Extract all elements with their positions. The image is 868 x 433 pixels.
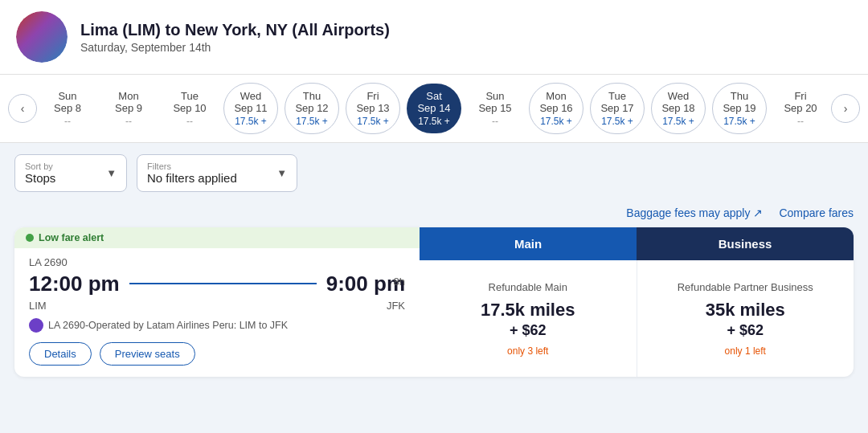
date-items: SunSep 8--MonSep 9--TueSep 10--WedSep 11…: [37, 75, 831, 142]
destination-avatar: [16, 11, 68, 63]
flight-number: LA 2690: [29, 256, 405, 268]
business-fare-type: Refundable Partner Business: [678, 281, 813, 293]
date-selector: ‹ SunSep 8--MonSep 9--TueSep 10--WedSep …: [0, 75, 868, 143]
flight-area: Low fare alert LA 2690 12:00 pm 9:00 pm …: [0, 227, 868, 391]
sort-label: Sort by: [25, 161, 55, 171]
flight-line: [129, 283, 317, 284]
main-fare-cash: + $62: [510, 322, 547, 339]
main-fare-header[interactable]: Main: [420, 227, 637, 260]
prev-date-button[interactable]: ‹: [8, 94, 37, 123]
flight-times-row: 12:00 pm 9:00 pm: [29, 272, 405, 296]
route-title: Lima (LIM) to New York, NY (All Airports…: [80, 21, 390, 39]
operated-by: LA 2690-Operated by Latam Airlines Peru:…: [29, 318, 405, 333]
sort-dropdown[interactable]: Sort by Stops ▼: [14, 154, 127, 192]
date-item[interactable]: ThuSep 1217.5k +: [285, 83, 339, 134]
arrive-airport: JFK: [387, 300, 405, 312]
page-header: Lima (LIM) to New York, NY (All Airports…: [0, 0, 868, 75]
action-buttons: Details Preview seats: [29, 342, 405, 366]
duration: 8h: [394, 276, 405, 288]
date-item[interactable]: SatSep 1417.5k +: [407, 84, 461, 133]
low-fare-dot: [26, 234, 34, 242]
filter-label: Filters: [147, 161, 237, 171]
details-button[interactable]: Details: [29, 342, 92, 366]
date-item[interactable]: ThuSep 1917.5k +: [712, 83, 767, 134]
latam-icon: [29, 318, 43, 333]
controls-row: Sort by Stops ▼ Filters No filters appli…: [0, 143, 868, 203]
date-item[interactable]: WedSep 1817.5k +: [651, 83, 706, 134]
business-fare-cash: + $62: [727, 322, 764, 339]
next-date-button[interactable]: ›: [831, 94, 860, 123]
fare-columns: Main Business Refundable Main 17.5k mile…: [420, 227, 854, 377]
low-fare-label: Low fare alert: [39, 232, 104, 243]
business-fare-col[interactable]: Refundable Partner Business 35k miles + …: [637, 260, 854, 377]
business-fare-avail: only 1 left: [725, 345, 766, 357]
compare-fares-link[interactable]: Compare fares: [779, 206, 854, 219]
header-text: Lima (LIM) to New York, NY (All Airports…: [80, 21, 390, 54]
fare-body: Refundable Main 17.5k miles + $62 only 3…: [420, 260, 854, 377]
baggage-fees-link[interactable]: Baggage fees may apply ↗: [626, 206, 763, 219]
info-row: Baggage fees may apply ↗ Compare fares: [0, 203, 868, 227]
preview-seats-button[interactable]: Preview seats: [100, 342, 195, 366]
date-item[interactable]: MonSep 9--: [101, 84, 156, 133]
date-item[interactable]: WedSep 1117.5k +: [223, 83, 278, 134]
date-item[interactable]: SunSep 8--: [40, 84, 95, 133]
filter-chevron-icon: ▼: [276, 167, 287, 179]
filter-value: No filters applied: [147, 171, 237, 185]
flight-card: Low fare alert LA 2690 12:00 pm 9:00 pm …: [14, 227, 854, 377]
main-fare-type: Refundable Main: [489, 281, 567, 293]
business-fare-miles: 35k miles: [706, 300, 785, 321]
date-item[interactable]: SunSep 15--: [468, 84, 522, 133]
flight-left: Low fare alert LA 2690 12:00 pm 9:00 pm …: [14, 227, 420, 377]
flight-details: LA 2690 12:00 pm 9:00 pm 8h LIM JFK LA 2…: [14, 248, 420, 377]
route-date: Saturday, September 14th: [80, 41, 390, 54]
main-fare-avail: only 3 left: [507, 345, 548, 357]
date-item[interactable]: FriSep 20--: [773, 84, 828, 133]
filter-dropdown[interactable]: Filters No filters applied ▼: [137, 154, 297, 192]
low-fare-banner: Low fare alert: [14, 227, 420, 248]
business-fare-header[interactable]: Business: [637, 227, 854, 260]
sort-value: Stops: [25, 171, 55, 185]
operated-by-text: LA 2690-Operated by Latam Airlines Peru:…: [48, 320, 288, 331]
depart-airport: LIM: [29, 300, 47, 312]
date-item[interactable]: TueSep 10--: [162, 84, 217, 133]
depart-time: 12:00 pm: [29, 272, 120, 296]
sort-chevron-icon: ▼: [106, 167, 117, 179]
date-item[interactable]: FriSep 1317.5k +: [346, 83, 400, 134]
external-link-icon: ↗: [753, 206, 763, 219]
airports-row: LIM JFK: [29, 300, 405, 312]
main-fare-col[interactable]: Refundable Main 17.5k miles + $62 only 3…: [420, 260, 637, 377]
fare-headers: Main Business: [420, 227, 854, 260]
main-fare-miles: 17.5k miles: [481, 300, 575, 321]
date-item[interactable]: MonSep 1617.5k +: [529, 83, 583, 134]
date-item[interactable]: TueSep 1717.5k +: [590, 83, 645, 134]
